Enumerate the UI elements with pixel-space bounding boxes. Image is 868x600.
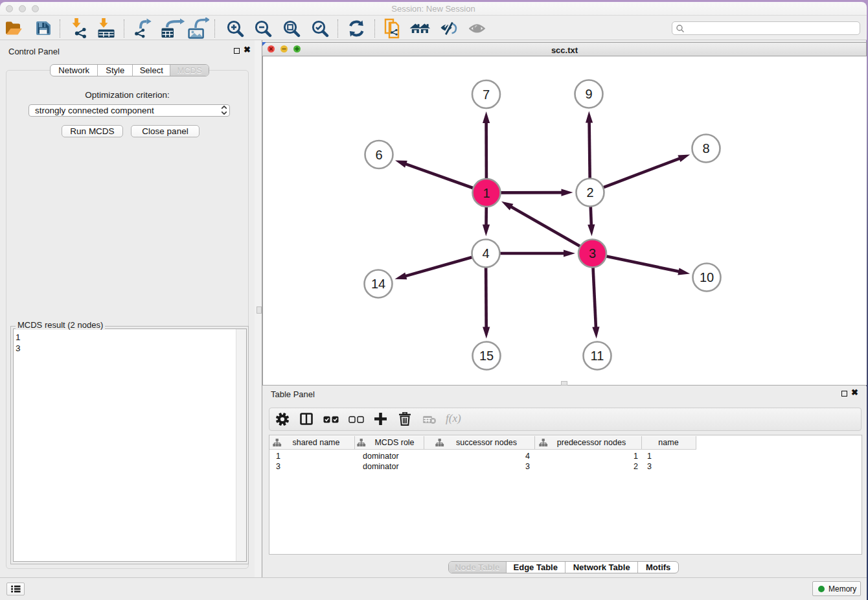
svg-text:11: 11	[591, 349, 604, 363]
svg-text:2: 2	[586, 185, 593, 200]
svg-text:6: 6	[375, 148, 382, 162]
svg-text:10: 10	[700, 270, 714, 284]
svg-text:8: 8	[702, 141, 709, 156]
svg-text:9: 9	[585, 87, 592, 101]
svg-text:4: 4	[482, 246, 489, 260]
svg-text:14: 14	[371, 277, 385, 291]
svg-text:15: 15	[479, 349, 494, 363]
svg-text:1: 1	[483, 186, 490, 200]
svg-text:7: 7	[483, 87, 490, 102]
svg-text:3: 3	[589, 246, 596, 260]
